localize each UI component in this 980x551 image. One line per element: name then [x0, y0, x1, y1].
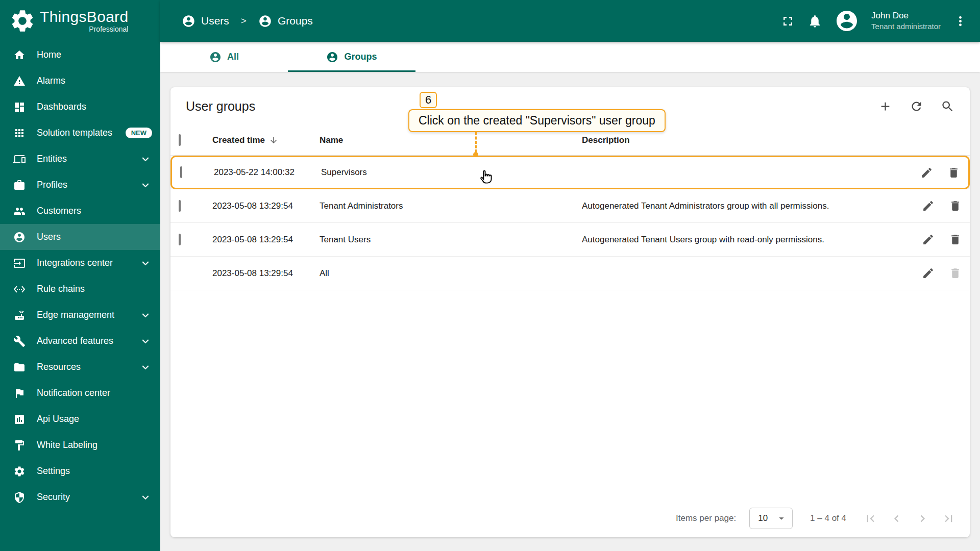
chevron-down-icon	[139, 153, 152, 166]
pencil-icon	[920, 166, 933, 179]
fullscreen-icon	[780, 14, 795, 29]
first-page-icon	[864, 512, 877, 525]
sidebar-item-resources[interactable]: Resources	[0, 354, 160, 380]
column-description[interactable]: Description	[582, 135, 890, 145]
cell-created-time: 2023-05-22 14:00:32	[214, 167, 321, 178]
edit-button[interactable]	[922, 233, 935, 246]
sidebar-item-profiles[interactable]: Profiles	[0, 172, 160, 198]
tab-bar: All Groups	[160, 42, 980, 72]
account-circle-icon	[182, 14, 195, 28]
account-circle-icon	[326, 51, 338, 63]
select-all-checkbox[interactable]	[179, 134, 181, 146]
input-icon	[13, 257, 26, 269]
tab-all[interactable]: All	[160, 42, 288, 72]
trash-icon	[949, 199, 962, 212]
sidebar-item-alarms[interactable]: Alarms	[0, 68, 160, 94]
chevron-down-icon	[139, 361, 152, 374]
cell-created-time: 2023-05-08 13:29:54	[212, 235, 320, 245]
row-checkbox[interactable]	[179, 200, 181, 212]
sidebar-item-customers[interactable]: Customers	[0, 198, 160, 224]
new-badge: NEW	[126, 128, 152, 139]
cell-created-time: 2023-05-08 13:29:54	[212, 268, 320, 279]
sidebar-item-white-labeling[interactable]: White Labeling	[0, 432, 160, 458]
delete-button[interactable]	[949, 233, 962, 246]
breadcrumb-groups[interactable]: Groups	[278, 15, 313, 27]
table-row-tenant-users[interactable]: 2023-05-08 13:29:54 Tenant Users Autogen…	[170, 223, 970, 257]
trash-icon	[947, 166, 960, 179]
edit-button[interactable]	[922, 199, 935, 212]
annotation-connector-line	[475, 132, 477, 153]
fullscreen-button[interactable]	[780, 14, 795, 29]
sidebar-item-label: Customers	[37, 206, 81, 216]
gear-icon	[13, 465, 26, 478]
sidebar-item-solution-templates[interactable]: Solution templates NEW	[0, 120, 160, 146]
column-created-time[interactable]: Created time	[212, 135, 265, 145]
tab-groups[interactable]: Groups	[288, 42, 415, 72]
briefcase-icon	[13, 179, 26, 191]
breadcrumb-users[interactable]: Users	[201, 15, 229, 27]
delete-button[interactable]	[949, 199, 962, 212]
delete-button-disabled	[949, 267, 962, 280]
sidebar-item-label: Integrations center	[37, 258, 113, 268]
cell-name: Supervisors	[321, 167, 583, 178]
top-bar: Users > Groups John Doe Tenant administr…	[160, 0, 980, 42]
edit-button[interactable]	[920, 166, 933, 179]
sidebar-item-dashboards[interactable]: Dashboards	[0, 94, 160, 120]
breadcrumb: Users > Groups	[182, 14, 313, 28]
search-button[interactable]	[941, 99, 954, 113]
apps-grid-icon	[13, 127, 26, 139]
chevron-down-icon	[139, 179, 152, 192]
previous-page-icon	[890, 512, 903, 525]
user-name: John Doe	[871, 10, 941, 21]
sidebar-item-rule-chains[interactable]: Rule chains	[0, 276, 160, 302]
notifications-button[interactable]	[807, 14, 822, 29]
add-user-group-button[interactable]	[878, 99, 892, 113]
last-page-icon	[942, 512, 955, 525]
cell-name: All	[320, 268, 582, 279]
table-row-all[interactable]: 2023-05-08 13:29:54 All	[170, 257, 970, 290]
chevron-down-icon	[139, 491, 152, 504]
cell-name: Tenant Users	[320, 235, 582, 245]
warning-icon	[13, 75, 26, 87]
last-page-button	[942, 512, 955, 525]
items-per-page-label: Items per page:	[676, 513, 736, 523]
folder-icon	[13, 361, 26, 373]
next-page-icon	[916, 512, 929, 525]
sidebar-item-label: Edge management	[37, 310, 114, 320]
delete-button[interactable]	[947, 166, 960, 179]
items-per-page-select[interactable]: 10	[749, 508, 793, 529]
sidebar-item-label: Users	[37, 232, 61, 242]
sidebar-nav: Home Alarms Dashboards Solution template…	[0, 42, 160, 551]
table-row-supervisors[interactable]: 2023-05-22 14:00:32 Supervisors	[170, 156, 970, 189]
flag-icon	[13, 387, 26, 399]
sidebar-item-security[interactable]: Security	[0, 484, 160, 510]
first-page-button	[864, 512, 877, 525]
row-checkbox[interactable]	[179, 234, 181, 245]
sidebar-item-settings[interactable]: Settings	[0, 458, 160, 484]
refresh-button[interactable]	[910, 99, 923, 113]
more-menu-button[interactable]	[953, 14, 968, 29]
sidebar-item-home[interactable]: Home	[0, 42, 160, 68]
cell-created-time: 2023-05-08 13:29:54	[212, 201, 320, 211]
row-checkbox[interactable]	[180, 166, 182, 178]
user-info: John Doe Tenant administrator	[871, 10, 941, 32]
sidebar-item-label: Api Usage	[37, 414, 79, 424]
user-avatar[interactable]	[835, 9, 859, 33]
column-name[interactable]: Name	[320, 135, 582, 145]
sidebar-item-api-usage[interactable]: Api Usage	[0, 406, 160, 432]
table-row-tenant-administrators[interactable]: 2023-05-08 13:29:54 Tenant Administrator…	[170, 189, 970, 223]
sidebar-item-notification-center[interactable]: Notification center	[0, 380, 160, 406]
next-page-button	[916, 512, 929, 525]
sidebar-item-edge-management[interactable]: Edge management	[0, 302, 160, 328]
page-title: User groups	[186, 99, 255, 114]
brand-logo: ThingsBoard Professional	[0, 0, 160, 42]
sidebar-item-entities[interactable]: Entities	[0, 146, 160, 172]
sidebar-item-advanced-features[interactable]: Advanced features	[0, 328, 160, 354]
sidebar-item-label: Home	[37, 49, 61, 60]
sidebar-item-label: Settings	[37, 466, 70, 477]
sidebar-item-integrations-center[interactable]: Integrations center	[0, 250, 160, 276]
sidebar-item-users[interactable]: Users	[0, 224, 160, 250]
edit-button[interactable]	[922, 267, 935, 280]
sort-descending-icon[interactable]	[269, 136, 278, 145]
brand-edition: Professional	[89, 25, 128, 33]
